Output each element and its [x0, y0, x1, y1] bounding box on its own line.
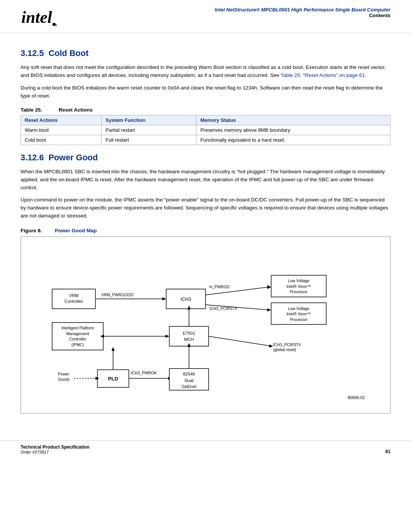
- svg-marker-39: [269, 345, 273, 348]
- cell-preserves-memory: Preserves memory above 8MB boundary: [196, 125, 390, 135]
- power-good-diagram: VRM Controller VRM_PWRGOOD ICH3 H_PWRGD …: [21, 236, 390, 414]
- table-header-row: Reset Actions System Function Memory Sta…: [21, 115, 390, 125]
- power-good-para2: Upon command to power on the module, the…: [21, 196, 390, 220]
- svg-text:GbEnet: GbEnet: [182, 385, 196, 389]
- svg-text:Low Voltage: Low Voltage: [288, 279, 310, 283]
- power-good-para1: When the MPCBL0001 SBC is inserted into …: [21, 168, 390, 192]
- footer-left: Technical Product Specification Order #2…: [21, 444, 89, 454]
- svg-text:Intel® Xeon™: Intel® Xeon™: [287, 312, 311, 316]
- col-reset-actions: Reset Actions: [21, 115, 102, 125]
- cold-boot-para1: Any soft reset that does not meet the co…: [21, 64, 390, 80]
- svg-text:Intel® Xeon™: Intel® Xeon™: [287, 284, 311, 289]
- svg-text:PLD: PLD: [108, 376, 118, 382]
- figure-number: Figure 8.: [21, 228, 47, 233]
- table-link[interactable]: Table 25, “Reset Actions” on page 61: [280, 72, 365, 78]
- svg-text:E7501: E7501: [183, 331, 195, 335]
- svg-text:VRM: VRM: [69, 293, 78, 298]
- reset-actions-table: Reset Actions System Function Memory Sta…: [21, 115, 390, 145]
- table-label: Table 25. Reset Actions: [21, 107, 390, 113]
- svg-text:B0895-02: B0895-02: [348, 396, 365, 400]
- svg-text:Management: Management: [66, 332, 89, 336]
- svg-text:Controller: Controller: [69, 337, 86, 342]
- svg-text:(global reset): (global reset): [273, 348, 296, 352]
- table-row: Warm boot Partial restart Preserves memo…: [21, 125, 390, 135]
- table-number: Table 25.: [21, 107, 47, 113]
- svg-text:(IPMC): (IPMC): [72, 343, 84, 347]
- page-header: intel ® Intel NetStructure® MPCBL0001 Hi…: [0, 0, 411, 33]
- svg-text:Intelligent Platform: Intelligent Platform: [61, 326, 94, 331]
- svg-text:Processor: Processor: [290, 318, 308, 322]
- intel-logo: intel ®: [21, 7, 59, 29]
- table-title: Reset Actions: [59, 107, 93, 113]
- svg-marker-31: [166, 335, 169, 338]
- svg-text:MCH: MCH: [184, 337, 194, 342]
- svg-text:®: ®: [55, 24, 57, 27]
- svg-text:Low Voltage: Low Voltage: [288, 307, 310, 311]
- svg-marker-16: [267, 308, 271, 312]
- col-memory-status: Memory Status: [196, 115, 390, 125]
- footer-doc-type: Technical Product Specification: [21, 444, 89, 450]
- svg-line-38: [209, 336, 271, 346]
- svg-marker-8: [162, 297, 166, 300]
- col-system-function: System Function: [102, 115, 196, 125]
- footer-order: Order #273817: [21, 450, 89, 454]
- svg-text:ICH3_PWROK: ICH3_PWROK: [131, 371, 157, 375]
- cell-full-restart: Full restart: [102, 135, 196, 145]
- cell-warm-boot: Warm boot: [21, 125, 102, 135]
- svg-marker-13: [267, 285, 271, 289]
- page-footer: Technical Product Specification Order #2…: [0, 440, 411, 458]
- svg-marker-52: [112, 347, 115, 351]
- svg-text:Power: Power: [58, 372, 70, 377]
- section-power-good: 3.12.6 Power Good When the MPCBL0001 SBC…: [21, 153, 390, 414]
- diagram-svg: VRM Controller VRM_PWRGOOD ICH3 H_PWRGD …: [29, 244, 382, 404]
- section-cold-boot-heading: 3.12.5 Cold Boot: [21, 48, 390, 58]
- svg-text:Controller: Controller: [64, 299, 83, 304]
- cold-boot-para2: During a cold boot the BIOS initializes …: [21, 84, 390, 100]
- svg-text:ICH3_PCIRST#: ICH3_PCIRST#: [273, 343, 301, 347]
- main-content: 3.12.5 Cold Boot Any soft reset that doe…: [0, 33, 411, 440]
- section-cold-boot: 3.12.5 Cold Boot Any soft reset that doe…: [21, 48, 390, 145]
- cell-cold-boot: Cold boot: [21, 135, 102, 145]
- svg-text:H_PWRGD: H_PWRGD: [209, 285, 229, 289]
- figure-label: Figure 8. Power Good Map: [21, 228, 390, 233]
- cell-partial-restart: Partial restart: [102, 125, 196, 135]
- figure-title: Power Good Map: [55, 228, 97, 233]
- svg-text:ICH3: ICH3: [180, 297, 191, 302]
- svg-text:VRM_PWRGOOD: VRM_PWRGOOD: [101, 293, 133, 297]
- svg-text:82546: 82546: [183, 372, 195, 377]
- footer-page-number: 61: [386, 449, 390, 454]
- header-doc-info: Intel NetStructure® MPCBL0001 High Perfo…: [215, 7, 390, 18]
- doc-section: Contents: [215, 13, 390, 18]
- doc-title: Intel NetStructure® MPCBL0001 High Perfo…: [215, 7, 390, 13]
- svg-text:intel: intel: [21, 8, 52, 27]
- table-row: Cold boot Full restart Functionally equi…: [21, 135, 390, 145]
- svg-text:Dual: Dual: [185, 378, 193, 383]
- svg-text:Goods: Goods: [58, 377, 70, 382]
- section-power-good-heading: 3.12.6 Power Good: [21, 153, 390, 163]
- svg-text:Processor: Processor: [290, 290, 308, 294]
- cell-functionally-equivalent: Functionally equivalent to a hard reset.: [196, 135, 390, 145]
